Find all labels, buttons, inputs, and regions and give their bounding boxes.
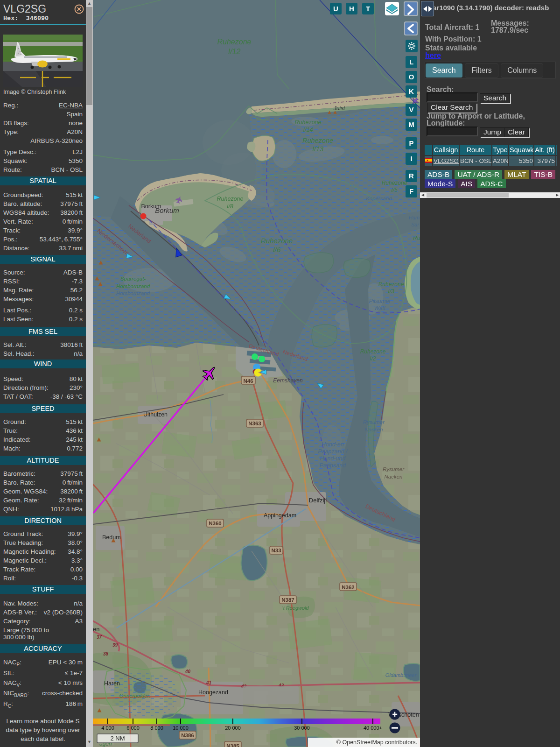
svg-text:N362: N362 xyxy=(342,585,355,590)
svg-text:Hund-und: Hund-und xyxy=(320,455,346,462)
svg-text:20 000: 20 000 xyxy=(225,725,241,731)
svg-text:Juist: Juist xyxy=(333,105,345,112)
svg-text:N360: N360 xyxy=(209,521,222,526)
svg-text:en: en xyxy=(93,626,99,633)
svg-text:8 000: 8 000 xyxy=(150,725,163,731)
svg-text:Sparregat-: Sparregat- xyxy=(120,276,146,282)
svg-text:38: 38 xyxy=(103,651,109,656)
svg-text:6 000: 6 000 xyxy=(126,725,140,731)
svg-text:M: M xyxy=(408,120,414,128)
svg-text:2 NM: 2 NM xyxy=(110,735,125,742)
svg-text:Horsbornzand: Horsbornzand xyxy=(116,283,150,289)
svg-text:I/6: I/6 xyxy=(273,246,281,254)
svg-text:Onnerpolder.: Onnerpolder. xyxy=(119,693,151,698)
svg-text:Appingedam: Appingedam xyxy=(264,512,296,519)
svg-text:N46: N46 xyxy=(243,378,253,384)
svg-text:N363: N363 xyxy=(248,421,261,426)
svg-text:Delfzijl: Delfzijl xyxy=(309,497,327,504)
svg-text:Eemshaven: Eemshaven xyxy=(273,377,303,384)
svg-text:Ruhezone: Ruhezone xyxy=(378,281,404,288)
svg-text:Kopersand: Kopersand xyxy=(366,196,392,201)
svg-text:Nacken: Nacken xyxy=(385,474,403,479)
svg-text:Nacken: Nacken xyxy=(365,427,383,432)
svg-text:Hamb: Hamb xyxy=(409,215,420,220)
svg-text:F: F xyxy=(409,187,413,195)
svg-text:I/8: I/8 xyxy=(227,203,233,210)
svg-text:Ruhezone: Ruhezone xyxy=(302,137,333,144)
svg-text:30 000: 30 000 xyxy=(294,725,310,731)
svg-text:N386: N386 xyxy=(181,733,194,738)
svg-text:Haren: Haren xyxy=(104,680,120,687)
svg-text:10 000: 10 000 xyxy=(173,725,189,731)
svg-text:R: R xyxy=(409,172,414,180)
svg-text:U: U xyxy=(333,5,338,13)
svg-text:+: + xyxy=(392,709,398,719)
svg-text:Sar: Sar xyxy=(411,222,420,227)
svg-text:4 000: 4 000 xyxy=(101,725,114,731)
svg-text:Hond-en: Hond-en xyxy=(322,441,344,448)
svg-text:Ru: Ru xyxy=(413,235,420,241)
svg-text:Ruhezone: Ruhezone xyxy=(217,196,244,202)
svg-text:Ruhezone: Ruhezone xyxy=(382,180,407,186)
svg-text:Paapzand /: Paapzand / xyxy=(318,448,348,455)
svg-text:I/14: I/14 xyxy=(303,127,313,133)
svg-text:Ruhezone: Ruhezone xyxy=(295,119,322,126)
svg-text:I/3: I/3 xyxy=(388,288,394,295)
svg-text:Hoogezand: Hoogezand xyxy=(198,689,228,696)
svg-text:Paapsand: Paapsand xyxy=(320,462,346,469)
svg-text:V: V xyxy=(409,106,413,113)
svg-text:41: 41 xyxy=(206,680,212,685)
svg-text:Ruhezone: Ruhezone xyxy=(360,348,386,355)
svg-text:O: O xyxy=(409,73,414,81)
svg-text:40: 40 xyxy=(185,669,191,674)
svg-text:Rysumer: Rysumer xyxy=(383,466,405,472)
svg-text:Bedum: Bedum xyxy=(102,534,121,541)
svg-text:Rysumer: Rysumer xyxy=(363,419,385,425)
svg-text:L: L xyxy=(409,58,413,66)
svg-text:Uithuizen: Uithuizen xyxy=(143,411,168,418)
svg-text:N387: N387 xyxy=(281,597,294,603)
svg-text:Oldambtmeer: Oldambtmeer xyxy=(385,672,417,678)
svg-text:Horsbornzand: Horsbornzand xyxy=(116,290,150,296)
svg-text:Watt: Watt xyxy=(374,305,386,311)
svg-text:Ruhezone: Ruhezone xyxy=(217,38,252,46)
svg-text:40 000+: 40 000+ xyxy=(364,725,382,731)
svg-text:P: P xyxy=(409,139,413,147)
svg-text:T: T xyxy=(366,5,370,13)
svg-text:Borkum: Borkum xyxy=(155,206,179,214)
svg-text:H: H xyxy=(349,5,354,13)
svg-text:I/2: I/2 xyxy=(370,355,376,362)
svg-text:K: K xyxy=(409,87,414,95)
svg-text:I/13: I/13 xyxy=(312,145,323,153)
svg-text:© OpenStreetMap contributors.: © OpenStreetMap contributors. xyxy=(336,739,417,746)
svg-text:’t Roegwold: ’t Roegwold xyxy=(282,605,309,611)
svg-text:I/12: I/12 xyxy=(228,48,241,56)
svg-text:N385: N385 xyxy=(226,743,239,747)
svg-text:I/5: I/5 xyxy=(391,187,398,193)
svg-text:N33: N33 xyxy=(271,548,281,553)
svg-text:I: I xyxy=(410,155,412,162)
svg-text:37: 37 xyxy=(97,634,102,640)
svg-text:Pilsumer: Pilsumer xyxy=(369,298,392,304)
svg-text:Ruhezone: Ruhezone xyxy=(261,237,293,245)
svg-text:39: 39 xyxy=(112,642,118,648)
